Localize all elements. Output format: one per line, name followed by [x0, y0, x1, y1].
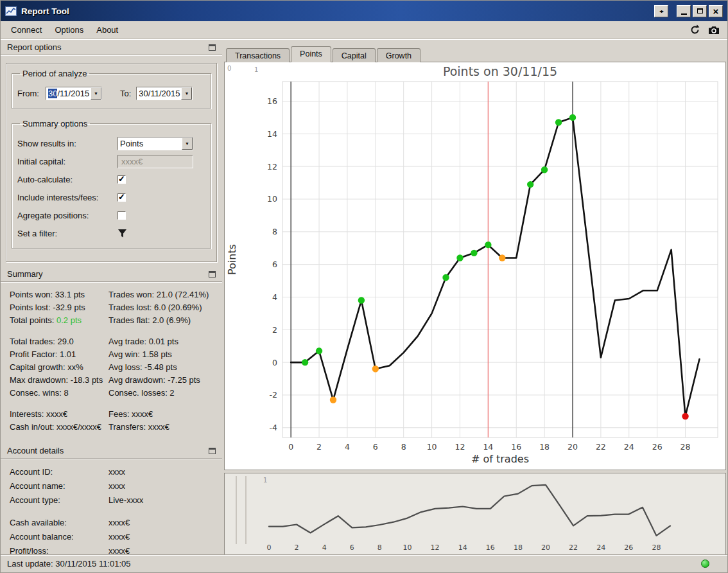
svg-text:0: 0 — [272, 358, 277, 367]
agregate-positions-checkbox[interactable] — [117, 211, 126, 220]
initial-capital-field: xxxx€ — [117, 155, 193, 168]
account-row: Account type:Live-xxxx — [1, 493, 222, 507]
account-row: Cash available:xxxx€ — [1, 515, 222, 529]
last-update-text: Last update: 30/11/2015 11:01:05 — [7, 559, 131, 569]
svg-text:14: 14 — [267, 129, 277, 139]
show-results-value: Points — [118, 137, 182, 150]
app-icon — [5, 6, 17, 16]
svg-text:2: 2 — [272, 325, 277, 335]
auto-calculate-checkbox[interactable] — [117, 175, 126, 184]
svg-text:26: 26 — [652, 442, 663, 452]
include-fees-checkbox[interactable] — [117, 193, 126, 202]
svg-text:28: 28 — [680, 442, 691, 452]
tab-bar: TransactionsPointsCapitalGrowth — [224, 48, 726, 62]
svg-text:6: 6 — [373, 442, 378, 452]
refresh-icon[interactable] — [689, 24, 700, 35]
left-panel: Report options Period of analyze From: 3… — [1, 39, 222, 554]
account-details-title: Account details — [7, 446, 64, 455]
tab-growth[interactable]: Growth — [377, 48, 420, 62]
period-fieldset: Period of analyze From: 30/11/2015 ▼ To:… — [12, 69, 211, 109]
svg-text:24: 24 — [624, 442, 634, 452]
svg-text:22: 22 — [596, 442, 606, 452]
svg-text:8: 8 — [401, 442, 406, 452]
report-options-group: Period of analyze From: 30/11/2015 ▼ To:… — [6, 63, 217, 262]
to-label: To: — [120, 89, 131, 98]
tab-transactions[interactable]: Transactions — [226, 48, 290, 62]
svg-text:14: 14 — [483, 442, 493, 452]
from-date-input[interactable]: 30/11/2015 ▼ — [46, 87, 102, 100]
from-date-dropdown-button[interactable]: ▼ — [91, 87, 101, 100]
to-date-dropdown-button[interactable]: ▼ — [181, 87, 192, 100]
filter-funnel-icon[interactable] — [117, 229, 127, 238]
svg-text:-4: -4 — [270, 423, 278, 432]
period-legend: Period of analyze — [20, 69, 89, 78]
summary-row: Capital growth: xx%Avg loss: -5.48 pts — [1, 360, 222, 373]
tab-capital[interactable]: Capital — [333, 48, 376, 62]
summary-options-fieldset: Summary options Show results in: Points … — [12, 119, 211, 249]
maximize-button[interactable] — [693, 5, 707, 17]
svg-text:22: 22 — [569, 543, 578, 552]
svg-text:# of trades: # of trades — [471, 453, 529, 465]
svg-text:20: 20 — [541, 543, 550, 552]
svg-text:Points: Points — [226, 244, 238, 275]
svg-text:0: 0 — [227, 65, 231, 72]
svg-text:24: 24 — [596, 543, 605, 552]
to-date-input[interactable]: 30/11/2015 ▼ — [136, 87, 193, 100]
chevron-down-icon: ▼ — [184, 91, 189, 96]
svg-text:6: 6 — [272, 260, 277, 269]
summary-title: Summary — [7, 269, 43, 279]
from-date-selected-text: 30 — [48, 89, 57, 98]
tab-points[interactable]: Points — [291, 46, 331, 62]
svg-text:Points on 30/11/15: Points on 30/11/15 — [443, 64, 557, 78]
camera-icon[interactable] — [708, 26, 720, 35]
menu-options[interactable]: Options — [48, 22, 90, 38]
from-label: From: — [17, 89, 46, 98]
chart-panel: TransactionsPointsCapitalGrowth 02468101… — [222, 39, 727, 554]
from-date-rest-text: /11/2015 — [57, 89, 89, 98]
summary-row: Total trades: 29.0Avg trade: 0.01 pts — [1, 335, 222, 348]
svg-text:16: 16 — [486, 543, 495, 552]
svg-text:14: 14 — [458, 543, 467, 552]
main-chart-box: 0246810121416182022242628-4-202468101214… — [224, 62, 726, 470]
connection-indicator — [701, 560, 709, 568]
report-options-title: Report options — [7, 42, 62, 52]
show-results-label: Show results in: — [17, 139, 117, 148]
svg-text:1: 1 — [254, 66, 258, 73]
svg-text:2: 2 — [295, 543, 299, 552]
summary-row: Cash in/out: xxxx€/xxxx€Transfers: xxxx€ — [1, 420, 222, 433]
float-panel-icon[interactable] — [209, 448, 216, 454]
svg-text:4: 4 — [322, 543, 327, 552]
summary-row: Profit Factor: 1.01Avg win: 1.58 pts — [1, 348, 222, 360]
account-row: Profit/loss:xxxx€ — [1, 543, 222, 554]
float-panel-icon[interactable] — [209, 44, 216, 51]
overview-chart-box: 02468101214161820222426281 — [224, 473, 726, 554]
show-results-select[interactable]: Points ▼ — [117, 137, 193, 150]
summary-header: Summary — [1, 266, 222, 282]
minimize-button[interactable] — [677, 5, 691, 17]
svg-text:10: 10 — [427, 442, 437, 452]
report-options-header: Report options — [1, 39, 222, 55]
show-results-dropdown-button[interactable]: ▼ — [182, 137, 193, 150]
svg-text:4: 4 — [345, 442, 350, 452]
dock-button[interactable]: ◂▸ — [654, 5, 668, 17]
summary-row: Total points: 0.2 ptsTrades flat: 2.0 (6… — [1, 313, 222, 326]
svg-text:4: 4 — [272, 292, 277, 302]
overview-range-chart[interactable]: 02468101214161820222426281 — [225, 473, 725, 554]
svg-text:0: 0 — [288, 442, 293, 452]
chevron-down-icon: ▼ — [94, 91, 98, 96]
menu-about[interactable]: About — [90, 22, 125, 38]
svg-text:28: 28 — [652, 543, 661, 552]
summary-row: Points lost: -32.9 ptsTrades lost: 6.0 (… — [1, 301, 222, 313]
summary-options-legend: Summary options — [20, 119, 90, 128]
set-filter-label: Set a filter: — [17, 229, 117, 238]
auto-calculate-label: Auto-calculate: — [17, 175, 117, 184]
chevron-down-icon: ▼ — [185, 141, 189, 146]
svg-text:16: 16 — [511, 442, 521, 452]
svg-text:26: 26 — [624, 543, 633, 552]
close-button[interactable]: × — [709, 5, 723, 17]
float-panel-icon[interactable] — [209, 271, 216, 278]
minimize-icon — [681, 13, 687, 15]
maximize-icon — [697, 8, 703, 13]
points-chart[interactable]: 0246810121416182022242628-4-202468101214… — [225, 62, 725, 470]
menu-connect[interactable]: Connect — [4, 22, 48, 38]
